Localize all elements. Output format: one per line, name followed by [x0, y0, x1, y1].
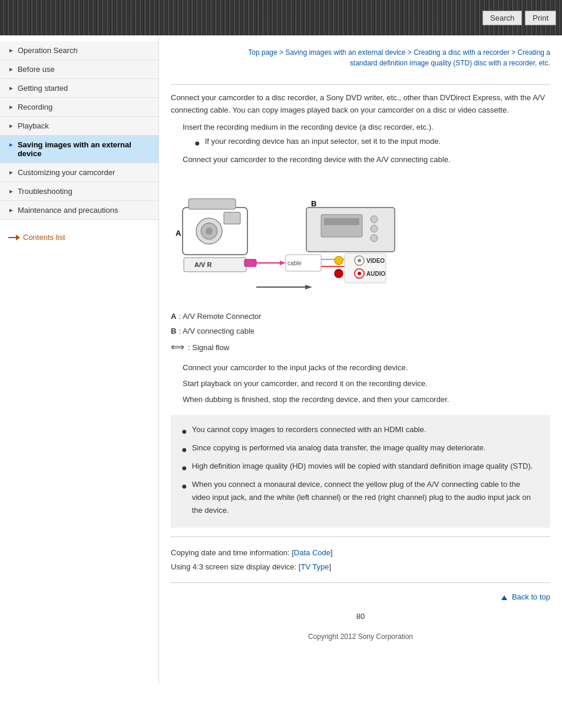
search-button[interactable]: Search	[482, 11, 522, 25]
arrow-icon: ►	[8, 188, 14, 195]
svg-point-19	[371, 216, 378, 223]
top-divider	[171, 84, 550, 85]
contents-list-label: Contents list	[23, 233, 65, 242]
legend-b: B : A/V connecting cable	[171, 324, 550, 338]
sidebar-item-before-use[interactable]: ► Before use	[0, 60, 158, 79]
svg-rect-18	[324, 218, 359, 225]
triangle-up-icon	[501, 595, 507, 600]
sidebar-item-label: Operation Search	[18, 46, 78, 55]
connection-diagram: A A/V R cable	[171, 172, 418, 302]
header: Search Print	[0, 0, 562, 35]
svg-rect-7	[184, 258, 246, 272]
breadcrumb-creating-disc[interactable]: Creating a disc with a recorder	[414, 48, 510, 57]
legend-a: A : A/V Remote Connector	[171, 309, 550, 323]
svg-rect-17	[321, 215, 362, 237]
sidebar-item-label: Customizing your camcorder	[18, 168, 115, 177]
bullet-icon: ●	[194, 137, 200, 150]
sidebar: ► Operation Search ► Before use ► Gettin…	[0, 35, 159, 684]
arrow-icon: ►	[8, 85, 14, 91]
footer-link-2-row: Using 4:3 screen size display device: [T…	[171, 560, 550, 574]
arrow-right-icon	[8, 234, 20, 241]
bottom-divider	[171, 582, 550, 583]
copyright: Copyright 2012 Sony Corporation	[171, 627, 550, 653]
back-to-top-link[interactable]: Back to top	[512, 592, 550, 601]
sidebar-item-label: Maintenance and precautions	[18, 206, 118, 215]
sidebar-item-label: Before use	[18, 65, 55, 74]
svg-text:cable: cable	[287, 260, 302, 266]
svg-point-31	[335, 269, 343, 278]
sidebar-item-label: Getting started	[18, 84, 68, 93]
page-number: 80	[171, 606, 550, 627]
sidebar-item-customizing[interactable]: ► Customizing your camcorder	[0, 163, 158, 182]
arrow-icon: ►	[8, 47, 14, 54]
breadcrumb-top-page[interactable]: Top page	[248, 48, 277, 57]
arrow-icon: ►	[8, 207, 14, 213]
sidebar-item-saving-images[interactable]: ► Saving images with an external device	[0, 136, 158, 163]
step1-bullet: ● If your recording device has an input …	[194, 137, 550, 150]
svg-text:B: B	[311, 199, 316, 208]
step1-bullet-text: If your recording device has an input se…	[205, 137, 441, 146]
main-layout: ► Operation Search ► Before use ► Gettin…	[0, 35, 562, 684]
tv-type-link[interactable]: TV Type	[300, 562, 329, 571]
sidebar-item-troubleshooting[interactable]: ► Troubleshooting	[0, 182, 158, 201]
sidebar-item-label: Saving images with an external device	[18, 140, 153, 158]
step2-text: Connect your camcorder to the recording …	[183, 154, 550, 166]
intro-paragraph: Connect your camcorder to a disc recorde…	[171, 92, 550, 117]
arrow-icon: ►	[8, 66, 14, 73]
svg-point-25	[358, 259, 361, 262]
svg-text:A/V R: A/V R	[194, 261, 211, 268]
sidebar-item-maintenance[interactable]: ► Maintenance and precautions	[0, 201, 158, 220]
note-item-3: ● High definition image quality (HD) mov…	[181, 460, 540, 476]
step3-text: Connect your camcorder to the input jack…	[183, 362, 550, 374]
breadcrumb: Top page > Saving images with an externa…	[171, 41, 550, 77]
svg-text:AUDIO: AUDIO	[366, 271, 385, 277]
sidebar-item-label: Recording	[18, 103, 52, 111]
mid-divider	[171, 536, 550, 537]
sidebar-item-label: Playback	[18, 121, 49, 130]
contents-list-link[interactable]: Contents list	[0, 227, 158, 248]
step1-text: Insert the recording medium in the recor…	[183, 121, 550, 134]
step4-text: Start playback on your camcorder, and re…	[183, 378, 550, 390]
svg-point-20	[371, 225, 378, 232]
footer-links: Copying date and time information: [Data…	[171, 546, 550, 574]
svg-point-21	[371, 235, 378, 242]
arrow-icon: ►	[8, 141, 14, 148]
sidebar-item-recording[interactable]: ► Recording	[0, 98, 158, 117]
svg-marker-34	[305, 285, 312, 289]
content-area: Top page > Saving images with an externa…	[159, 35, 562, 684]
svg-rect-5	[189, 199, 236, 209]
arrow-icon: ►	[8, 123, 14, 129]
svg-marker-11	[280, 261, 286, 265]
svg-text:A: A	[176, 229, 181, 238]
svg-point-30	[335, 256, 343, 265]
sidebar-item-playback[interactable]: ► Playback	[0, 117, 158, 136]
svg-rect-4	[224, 212, 240, 224]
step5-text: When dubbing is finished, stop the recor…	[183, 394, 550, 406]
note-item-2: ● Since copying is performed via analog …	[181, 442, 540, 457]
data-code-link[interactable]: Data Code	[294, 548, 330, 557]
note-item-1: ● You cannot copy images to recorders co…	[181, 423, 540, 439]
diagram-legend: A : A/V Remote Connector B : A/V connect…	[171, 309, 550, 357]
back-to-top[interactable]: Back to top	[171, 588, 550, 606]
svg-point-3	[206, 228, 213, 235]
note-item-4: ● When you connect a monaural device, co…	[181, 478, 540, 517]
sidebar-item-getting-started[interactable]: ► Getting started	[0, 79, 158, 98]
arrow-icon: ►	[8, 104, 14, 110]
svg-text:VIDEO: VIDEO	[366, 258, 385, 264]
footer-link-1-row: Copying date and time information: [Data…	[171, 546, 550, 559]
print-button[interactable]: Print	[525, 11, 556, 25]
svg-rect-9	[244, 259, 256, 266]
sidebar-item-label: Troubleshooting	[18, 187, 72, 196]
arrow-icon: ►	[8, 169, 14, 176]
breadcrumb-saving-images[interactable]: Saving images with an external device	[285, 48, 405, 57]
note-box: ● You cannot copy images to recorders co…	[171, 415, 550, 528]
diagram-wrapper: A A/V R cable	[171, 172, 550, 304]
sidebar-item-operation-search[interactable]: ► Operation Search	[0, 41, 158, 60]
svg-point-28	[358, 272, 361, 275]
legend-signal: ⟺ : Signal flow	[171, 339, 550, 356]
